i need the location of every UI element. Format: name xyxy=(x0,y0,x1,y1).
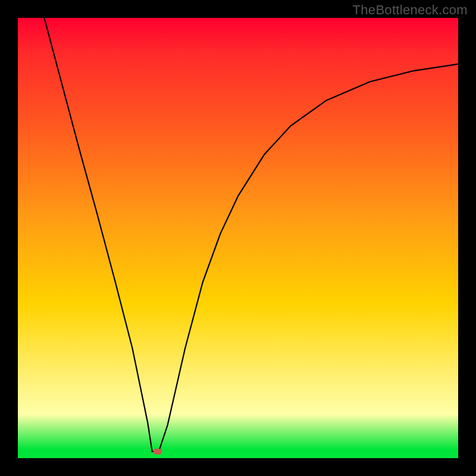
curve-layer xyxy=(18,18,458,458)
minimum-marker xyxy=(154,449,162,455)
watermark-text: TheBottleneck.com xyxy=(353,2,468,18)
bottleneck-curve xyxy=(44,18,458,452)
chart-frame: TheBottleneck.com xyxy=(0,0,476,476)
plot-area xyxy=(18,18,458,458)
